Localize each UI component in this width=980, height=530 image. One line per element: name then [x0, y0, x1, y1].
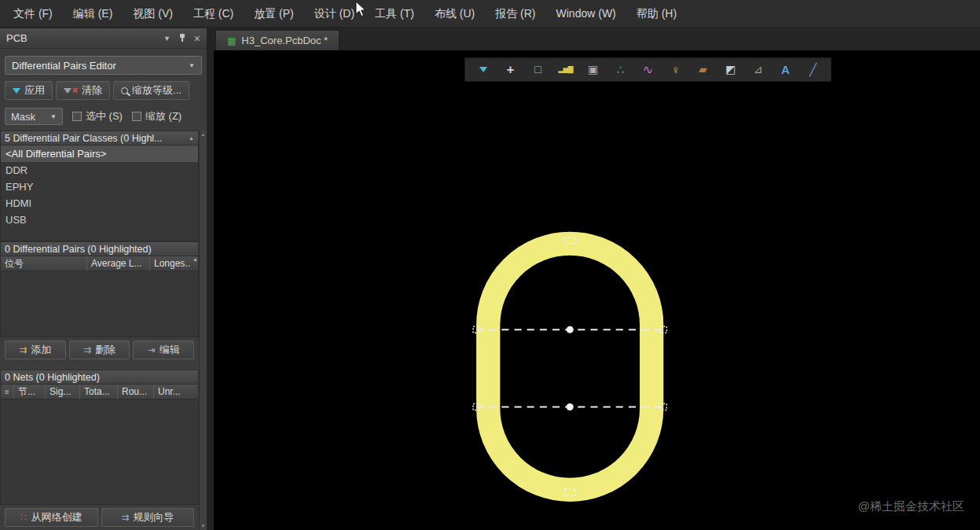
pairs-col-longest[interactable]: Longes... — [150, 256, 190, 271]
pcb-pad-shape[interactable] — [214, 50, 980, 530]
edit-button[interactable]: ⇥ 编辑 — [133, 340, 194, 359]
sort-up-icon: ▲ — [186, 135, 194, 141]
interactive-route-icon[interactable]: ∴ — [607, 58, 634, 81]
menu-window[interactable]: Window (W) — [546, 0, 626, 27]
pcbdoc-icon: ▦ — [227, 35, 236, 46]
panel-title: PCB — [6, 32, 156, 44]
class-item-ddr[interactable]: DDR — [1, 162, 198, 179]
pairs-col-designator[interactable]: 位号 — [1, 256, 87, 271]
menu-route[interactable]: 布线 (U) — [424, 0, 485, 27]
zoom-level-label: 缩放等级... — [132, 83, 182, 98]
menu-reports[interactable]: 报告 (R) — [485, 0, 545, 27]
delete-label: 删除 — [95, 343, 116, 357]
edit-label: 编辑 — [160, 343, 180, 357]
nets-list[interactable] — [0, 399, 199, 505]
class-item-usb[interactable]: USB — [1, 212, 198, 228]
polygon-pour-icon[interactable]: ▰ — [689, 58, 717, 81]
menu-help[interactable]: 帮助 (H) — [626, 0, 687, 27]
add-icon: ⇉ — [19, 344, 27, 355]
close-icon[interactable]: × — [194, 35, 200, 42]
center-handle[interactable] — [567, 326, 574, 333]
line-icon[interactable]: ╱ — [799, 58, 827, 81]
panel-menu-chevron-icon[interactable]: ▼ — [163, 35, 171, 42]
mask-value: Mask — [11, 111, 50, 123]
menu-tools[interactable]: 工具 (T) — [365, 0, 424, 27]
zoom-level-button[interactable]: 缩放等级... — [113, 81, 189, 100]
component-icon[interactable]: ▣ — [579, 58, 607, 81]
classes-list: <All Differential Pairs> DDR EPHY HDMI U… — [0, 145, 199, 241]
panel-header: PCB ▼ × — [0, 28, 207, 49]
nets-col-unrouted[interactable]: Unr... — [154, 385, 198, 399]
center-handle[interactable] — [567, 403, 574, 410]
chevron-down-icon: ▼ — [189, 62, 195, 69]
nets-col-routed[interactable]: Rou... — [118, 385, 154, 399]
menubar: 文件 (F) 编辑 (E) 视图 (V) 工程 (C) 放置 (P) 设计 (D… — [0, 0, 980, 28]
pcb-panel: PCB ▼ × Differential Pairs Editor ▼ 应用 ×… — [0, 28, 214, 530]
menu-edit[interactable]: 编辑 (E) — [63, 0, 123, 27]
filter-icon[interactable] — [469, 67, 497, 72]
pin-icon[interactable] — [178, 33, 187, 43]
class-item-ephy[interactable]: EPHY — [1, 179, 198, 195]
scroll-up-icon[interactable]: ▲ — [201, 132, 206, 137]
watermark: @稀土掘金技术社区 — [858, 499, 964, 514]
nets-button-row: ∷ 从网络创建 ⇉ 规则向导 — [5, 508, 194, 527]
clear-button[interactable]: × 清除 — [56, 81, 110, 100]
menu-design[interactable]: 设计 (D) — [304, 0, 365, 27]
mask-select[interactable]: Mask ▼ — [5, 108, 63, 125]
nets-header-label: 0 Nets (0 Highlighted) — [5, 372, 100, 383]
via-icon[interactable]: ♀ — [662, 58, 689, 81]
pairs-list[interactable] — [0, 271, 199, 337]
checkbox-box — [132, 112, 141, 121]
scroll-down-icon[interactable]: ▼ — [201, 524, 206, 528]
filter-apply-icon — [13, 88, 20, 94]
nets-col-icon[interactable]: ≡ — [1, 385, 14, 399]
canvas-toolbar: + □ ▂▅▇ ▣ ∴ ∿ ♀ ▰ ◩ ⊿ A ╱ — [464, 57, 831, 82]
panel-scrollbar[interactable]: ▲ ▼ — [199, 131, 207, 530]
create-from-net-icon: ∷ — [20, 512, 28, 523]
create-from-net-label: 从网络创建 — [31, 510, 83, 524]
nets-header: 0 Nets (0 Highlighted) — [0, 370, 199, 385]
zoom-checkbox[interactable]: 缩放 (Z) — [132, 109, 182, 123]
tab-h3-core-pcbdoc[interactable]: ▦ H3_Core.PcbDoc * — [215, 30, 340, 50]
chevron-down-icon: ▼ — [50, 113, 57, 120]
measure-icon[interactable]: ⊿ — [744, 58, 772, 81]
editor-mode-select[interactable]: Differential Pairs Editor ▼ — [5, 56, 202, 75]
select-checkbox[interactable]: 选中 (S) — [72, 109, 123, 123]
rule-wizard-button[interactable]: ⇉ 规则向导 — [101, 508, 195, 527]
class-item-hdmi[interactable]: HDMI — [1, 195, 198, 212]
panel-body: ▲ ▼ 5 Differential Pair Classes (0 Highl… — [0, 131, 207, 530]
pairs-columns: 位号 Average L... Longes... ▲ — [0, 256, 199, 271]
differential-route-icon[interactable]: ∿ — [634, 58, 662, 81]
add-label: 添加 — [31, 343, 51, 357]
create-from-net-button[interactable]: ∷ 从网络创建 — [5, 508, 98, 527]
pairs-col-average[interactable]: Average L... — [87, 256, 150, 271]
select-checkbox-label: 选中 (S) — [86, 109, 123, 123]
clear-label: 清除 — [82, 83, 102, 98]
nets-col-total[interactable]: Tota... — [80, 385, 118, 399]
sort-up-icon: ▲ — [190, 256, 198, 271]
menu-view[interactable]: 视图 (V) — [123, 0, 183, 27]
delete-button[interactable]: ⇉ 删除 — [69, 340, 130, 359]
pcb-canvas[interactable]: + □ ▂▅▇ ▣ ∴ ∿ ♀ ▰ ◩ ⊿ A ╱ @稀土掘金技术社区 — [214, 50, 980, 530]
oval-pad-outline[interactable] — [488, 244, 651, 490]
crosshair-icon[interactable]: + — [497, 58, 524, 81]
pairs-header: 0 Differential Pairs (0 Highlighted) — [0, 241, 199, 256]
text-icon[interactable]: A — [772, 58, 799, 81]
rule-wizard-label: 规则向导 — [133, 510, 174, 524]
class-item-all[interactable]: <All Differential Pairs> — [1, 145, 198, 162]
classes-header[interactable]: 5 Differential Pair Classes (0 Highl... … — [0, 131, 199, 145]
add-button[interactable]: ⇉ 添加 — [5, 340, 66, 359]
menu-file[interactable]: 文件 (F) — [3, 0, 63, 27]
region-icon[interactable]: ◩ — [717, 58, 744, 81]
tab-label: H3_Core.PcbDoc * — [241, 35, 328, 46]
checkbox-box — [72, 112, 82, 121]
select-area-icon[interactable]: □ — [524, 58, 552, 81]
classes-header-label: 5 Differential Pair Classes (0 Highl... — [5, 133, 163, 144]
nets-col-node[interactable]: 节... — [14, 385, 46, 399]
menu-place[interactable]: 放置 (P) — [244, 0, 304, 27]
histogram-icon[interactable]: ▂▅▇ — [552, 58, 579, 81]
menu-project[interactable]: 工程 (C) — [183, 0, 244, 27]
apply-button[interactable]: 应用 — [5, 81, 53, 100]
nets-col-signal[interactable]: Sig... — [46, 385, 80, 399]
editor-mode-value: Differential Pairs Editor — [12, 60, 189, 72]
